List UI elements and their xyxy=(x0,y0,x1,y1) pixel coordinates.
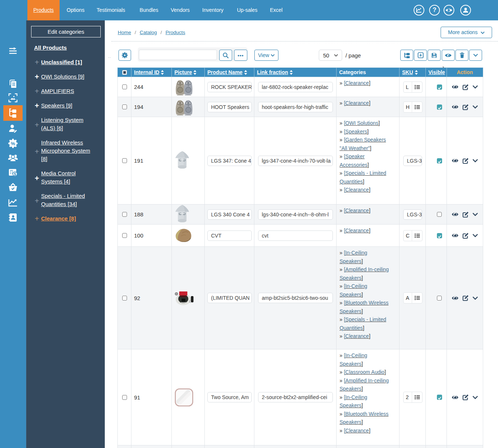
svg-text:%: % xyxy=(11,141,15,146)
svg-text:$: $ xyxy=(14,172,16,176)
